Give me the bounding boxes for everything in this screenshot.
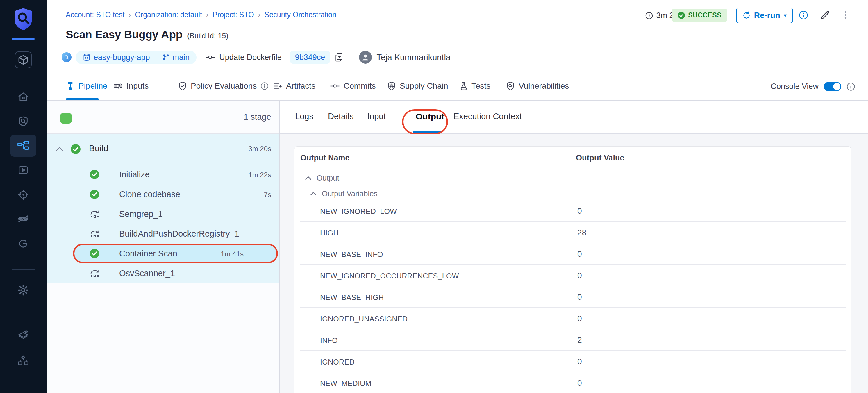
- breadcrumb-link[interactable]: Project: STO: [213, 10, 254, 19]
- info-icon[interactable]: [260, 82, 269, 90]
- tab-tests[interactable]: Tests: [460, 81, 490, 91]
- divider: [294, 168, 851, 168]
- output-value-cell: 0: [577, 357, 582, 366]
- step-name: OsvScanner_1: [119, 269, 175, 278]
- success-check-icon: [90, 189, 99, 199]
- sidebar-item-settings[interactable]: [0, 279, 46, 301]
- tab-commits[interactable]: Commits: [330, 81, 376, 91]
- logo-underline: [12, 38, 35, 40]
- output-name-cell: NEW_BASE_HIGH: [320, 293, 384, 302]
- step-tab-details[interactable]: Details: [328, 112, 354, 121]
- status-text: SUCCESS: [688, 11, 721, 19]
- tab-pipeline[interactable]: Pipeline: [66, 81, 107, 91]
- branch-link[interactable]: main: [162, 53, 190, 62]
- module-selector-button[interactable]: [15, 52, 32, 68]
- tab-artifacts[interactable]: Artifacts: [273, 81, 315, 91]
- tab-inputs[interactable]: Inputs: [113, 81, 149, 91]
- tab-label: Pipeline: [79, 81, 107, 91]
- supply-chain-icon: [387, 81, 396, 91]
- step-tab-logs[interactable]: Logs: [295, 112, 313, 121]
- sidenav: [0, 0, 46, 393]
- output-name-cell: NEW_MEDIUM: [320, 379, 372, 388]
- output-value-cell: 0: [577, 206, 582, 216]
- page-title: Scan Easy Buggy App: [66, 29, 183, 41]
- step-name: Semgrep_1: [119, 209, 163, 219]
- sidebar-item-targets[interactable]: [0, 184, 46, 206]
- table-row: INFO2: [294, 329, 851, 351]
- output-table-card: Output Name Output Value Output Output V…: [294, 146, 851, 393]
- breadcrumb-separator-icon: ›: [128, 11, 131, 19]
- breadcrumb-separator-icon: ›: [206, 11, 209, 19]
- chevron-up-icon[interactable]: [56, 147, 63, 151]
- tab-supply-chain[interactable]: Supply Chain: [387, 81, 448, 91]
- stage-group: Build 3m 20s Initialize1m 22sClone codeb…: [46, 134, 279, 283]
- step-detail-panel: LogsDetailsInputOutputExecution Context …: [280, 100, 868, 393]
- step-row-buildandpushdockerregistry-1[interactable]: BuildAndPushDockerRegistry_1: [46, 224, 279, 244]
- step-row-osvscanner-1[interactable]: OsvScanner_1: [46, 263, 279, 283]
- output-name-cell: IGNORED_UNASSIGNED: [320, 315, 407, 323]
- avatar[interactable]: [359, 51, 372, 64]
- success-check-icon: [90, 248, 99, 259]
- sidebar-item-home[interactable]: [0, 86, 46, 108]
- sidebar-item-default-settings[interactable]: [0, 324, 46, 346]
- commit-message: Update Dockerfile: [219, 53, 282, 62]
- copy-icon[interactable]: [334, 52, 344, 62]
- sidebar-item-exemptions[interactable]: [0, 208, 46, 230]
- commit-icon: [205, 54, 215, 61]
- step-tab-input[interactable]: Input: [367, 112, 386, 121]
- meta-divider: [352, 50, 352, 65]
- step-tab-execution-context[interactable]: Execution Context: [454, 112, 522, 121]
- console-view-toggle[interactable]: [824, 82, 841, 91]
- output-variables-group-row[interactable]: Output Variables: [310, 187, 378, 201]
- tab-policy-evaluations[interactable]: Policy Evaluations: [178, 81, 269, 91]
- sidebar-item-executions[interactable]: [0, 159, 46, 181]
- stage-row-build[interactable]: Build 3m 20s: [46, 141, 279, 157]
- active-step-tab-underline: [413, 131, 442, 133]
- table-row: IGNORED0: [294, 351, 851, 372]
- rerun-button[interactable]: Re-run ▾: [736, 7, 793, 23]
- commit-sha-pill[interactable]: 9b349ce: [290, 51, 331, 64]
- info-icon[interactable]: [846, 82, 855, 91]
- output-value-cell: 28: [577, 228, 586, 237]
- step-name: BuildAndPushDockerRegistry_1: [119, 229, 239, 239]
- tab-vulnerabilities[interactable]: Vulnerabilities: [506, 81, 569, 91]
- step-duration: 1m 41s: [221, 250, 244, 258]
- breadcrumb: Account: STO test›Organization: default›…: [66, 10, 336, 19]
- sidebar-item-scan-shield[interactable]: [0, 110, 46, 132]
- output-name-cell: IGNORED: [320, 358, 354, 366]
- output-name-cell: NEW_IGNORED_OCCURRENCES_LOW: [320, 272, 459, 280]
- step-row-clone-codebase[interactable]: Clone codebase7s: [46, 184, 279, 204]
- trigger-icon[interactable]: [62, 52, 71, 62]
- step-row-semgrep-1[interactable]: Semgrep_1: [46, 204, 279, 224]
- repo-link[interactable]: easy-buggy-app: [83, 53, 150, 62]
- info-icon[interactable]: [799, 10, 808, 20]
- edit-pencil-icon[interactable]: [820, 9, 831, 20]
- stage-count: 1 stage: [244, 112, 271, 122]
- step-duration: 1m 22s: [248, 171, 271, 179]
- home-icon: [18, 91, 29, 102]
- pill-divider: [156, 53, 156, 62]
- sidebar-item-getting-started[interactable]: [0, 233, 46, 254]
- breadcrumb-link[interactable]: Account: STO test: [66, 10, 124, 19]
- table-row: IGNORED_UNASSIGNED0: [294, 308, 851, 329]
- commit-message-wrap: Update Dockerfile: [205, 53, 282, 62]
- page-header: Account: STO test›Organization: default›…: [46, 0, 868, 100]
- chevron-up-icon[interactable]: [305, 176, 311, 180]
- step-row-container-scan[interactable]: Container Scan1m 41s: [73, 244, 278, 263]
- column-header-output-name: Output Name: [300, 153, 350, 162]
- skipped-icon: [90, 229, 100, 238]
- step-row-initialize[interactable]: Initialize1m 22s: [46, 164, 279, 184]
- output-name-cell: INFO: [320, 336, 338, 345]
- pipeline-icon: [66, 81, 75, 91]
- output-name-cell: HIGH: [320, 229, 339, 237]
- sidebar-item-pipelines[interactable]: [0, 134, 46, 157]
- chevron-up-icon[interactable]: [310, 191, 316, 195]
- breadcrumb-link[interactable]: Security Orchestration: [265, 10, 336, 19]
- step-tab-output[interactable]: Output: [416, 112, 444, 121]
- sidebar-item-organizations[interactable]: [0, 350, 46, 371]
- harness-sto-logo-icon: [13, 7, 33, 31]
- settings-icon: [17, 284, 29, 296]
- output-group-row[interactable]: Output: [305, 171, 339, 185]
- kebab-menu-icon[interactable]: [841, 10, 850, 20]
- breadcrumb-link[interactable]: Organization: default: [135, 10, 202, 19]
